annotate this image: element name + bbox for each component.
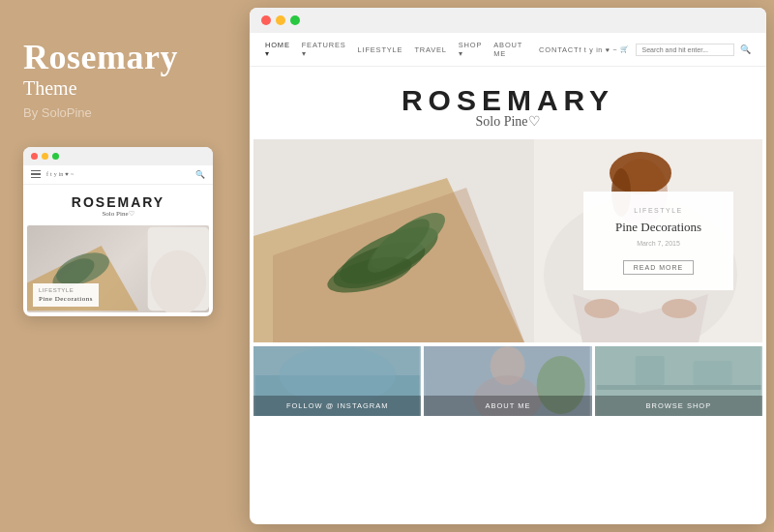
nav-lifestyle[interactable]: LIFESTYLE — [358, 45, 403, 54]
mini-post-title: Pine Decorations — [39, 295, 93, 303]
mini-nav: ftyin♥~ 🔍 — [23, 165, 213, 185]
bottom-grid: FOLLOW @ INSTAGRAM ABOUT ME — [253, 346, 762, 416]
browser-content: HOME ▾ FEATURES ▾ LIFESTYLE TRAVEL SHOP … — [250, 33, 766, 524]
nav-items: HOME ▾ FEATURES ▾ LIFESTYLE TRAVEL SHOP … — [265, 41, 579, 58]
dot-red — [261, 15, 271, 25]
grid-label-about: ABOUT ME — [424, 396, 591, 416]
nav-features[interactable]: FEATURES ▾ — [302, 41, 346, 58]
dot-green — [290, 15, 300, 25]
social-strip: f t y in ♥ ~ 🛒 — [579, 45, 629, 53]
social-facebook[interactable]: f — [579, 46, 580, 53]
hero-card: LIFESTYLE Pine Decorations March 7, 2015… — [583, 192, 733, 290]
mini-logo-area: ROSEMARY Solo Pine♡ — [23, 185, 213, 222]
nav-about[interactable]: ABOUT ME — [493, 41, 527, 58]
theme-subtitle: Theme — [23, 77, 217, 100]
theme-title: Rosemary — [23, 39, 217, 77]
read-more-button[interactable]: READ MORE — [623, 260, 694, 275]
mini-featured-image: LIFESTYLE Pine Decorations — [27, 225, 209, 312]
site-nav: HOME ▾ FEATURES ▾ LIFESTYLE TRAVEL SHOP … — [250, 33, 766, 67]
mini-dot-green — [52, 153, 59, 160]
svg-rect-26 — [635, 356, 664, 385]
theme-author: By SoloPine — [23, 105, 217, 120]
svg-rect-25 — [596, 385, 760, 390]
left-panel: Rosemary Theme By SoloPine ftyin♥~ 🔍 ROS… — [0, 0, 240, 532]
site-logo-main: ROSEMARY — [250, 84, 766, 117]
mini-dot-red — [31, 153, 38, 160]
dot-yellow — [276, 15, 285, 25]
site-logo-area: ROSEMARY Solo Pine♡ — [250, 67, 766, 139]
mini-search-icon: 🔍 — [195, 170, 205, 179]
nav-home[interactable]: HOME ▾ — [265, 41, 290, 58]
svg-point-3 — [151, 250, 207, 311]
social-rss[interactable]: ~ — [612, 46, 617, 53]
search-icon[interactable]: 🔍 — [740, 44, 752, 54]
nav-contact[interactable]: CONTACT — [539, 45, 579, 54]
nav-right: f t y in ♥ ~ 🛒 🔍 — [579, 44, 751, 56]
social-twitter[interactable]: t — [584, 46, 586, 53]
grid-label-shop: BROWSE SHOP — [595, 396, 762, 416]
hero-category-label: LIFESTYLE — [603, 207, 714, 214]
site-logo-script: Solo Pine♡ — [250, 113, 766, 130]
mini-featured-overlay: LIFESTYLE Pine Decorations — [33, 283, 99, 307]
social-heart[interactable]: ♥ — [606, 46, 610, 53]
mini-browser-mockup: ftyin♥~ 🔍 ROSEMARY Solo Pine♡ — [23, 147, 213, 316]
svg-point-16 — [662, 299, 697, 318]
svg-point-15 — [584, 299, 619, 318]
grid-item-about[interactable]: ABOUT ME — [424, 346, 591, 416]
main-browser-mockup: HOME ▾ FEATURES ▾ LIFESTYLE TRAVEL SHOP … — [250, 8, 766, 524]
mini-category-label: LIFESTYLE — [39, 287, 93, 293]
browser-titlebar — [250, 8, 766, 33]
grid-label-instagram: FOLLOW @ INSTAGRAM — [253, 396, 421, 416]
hero-section: LIFESTYLE Pine Decorations March 7, 2015… — [253, 139, 762, 342]
nav-shop[interactable]: SHOP ▾ — [459, 41, 483, 58]
mini-dot-yellow — [42, 153, 48, 160]
mini-titlebar — [23, 147, 213, 165]
social-youtube[interactable]: y — [589, 46, 593, 53]
svg-rect-27 — [693, 361, 731, 385]
mini-logo-script: Solo Pine♡ — [28, 210, 208, 218]
social-instagram[interactable]: in — [596, 46, 602, 53]
social-cart[interactable]: 🛒 — [620, 45, 630, 53]
nav-travel[interactable]: TRAVEL — [414, 45, 446, 54]
mini-social-icons: ftyin♥~ — [46, 171, 74, 177]
grid-item-instagram[interactable]: FOLLOW @ INSTAGRAM — [253, 346, 421, 416]
mini-logo-text: ROSEMARY — [28, 194, 208, 210]
search-input[interactable] — [636, 44, 734, 56]
mini-hamburger-icon — [31, 170, 41, 179]
hero-post-title: Pine Decorations — [603, 220, 714, 236]
hero-post-date: March 7, 2015 — [603, 240, 714, 247]
grid-item-shop[interactable]: BROWSE SHOP — [595, 346, 762, 416]
